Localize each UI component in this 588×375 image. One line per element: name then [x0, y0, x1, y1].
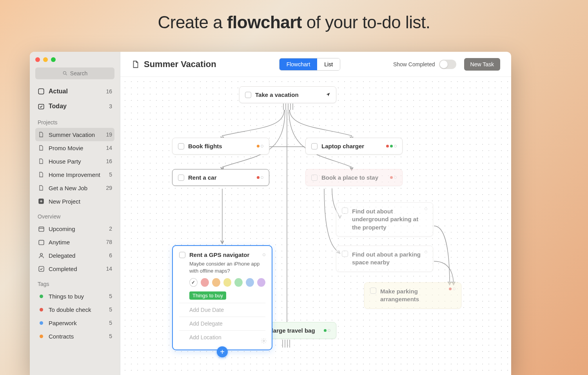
- node-book-flights[interactable]: Book flights: [172, 138, 269, 155]
- node-book-place[interactable]: Book a place to stay: [305, 169, 403, 186]
- tab-list[interactable]: List: [317, 58, 340, 70]
- sidebar-tag-item[interactable]: To double check5: [35, 303, 114, 316]
- checkbox-icon[interactable]: [311, 143, 318, 149]
- document-icon: [38, 184, 45, 191]
- calendar-check-icon: [38, 103, 45, 110]
- svg-rect-9: [39, 266, 44, 271]
- sidebar-item-project[interactable]: Home Improvement5: [35, 168, 114, 181]
- tags-heading: Tags: [30, 275, 120, 289]
- checkbox-icon[interactable]: [179, 252, 185, 258]
- sidebar-tag-item[interactable]: Paperwork5: [35, 316, 114, 329]
- document-icon: [38, 158, 45, 165]
- tag-dot-icon: [38, 293, 45, 300]
- projects-heading: Projects: [30, 114, 120, 128]
- check-square-icon: [38, 265, 45, 272]
- overview-heading: Overview: [30, 208, 120, 222]
- checkbox-icon[interactable]: [178, 175, 184, 181]
- calendar-icon: [38, 225, 45, 232]
- tag-dot-icon: [38, 333, 45, 340]
- checkbox-icon[interactable]: [245, 92, 251, 98]
- square-icon: [38, 88, 45, 95]
- svg-point-0: [63, 71, 66, 74]
- topbar: Summer Vacation Flowchart List Show Comp…: [120, 52, 511, 77]
- node-take-vacation[interactable]: Take a vacation: [239, 86, 336, 103]
- task-detail-card[interactable]: Rent a GPS navigator Maybe consider an i…: [172, 245, 272, 350]
- status-ring-icon: [263, 253, 265, 256]
- main-area: Summer Vacation Flowchart List Show Comp…: [120, 52, 511, 375]
- svg-rect-5: [39, 227, 44, 231]
- flowchart-canvas[interactable]: Take a vacation Book flights Laptop char…: [120, 77, 511, 375]
- sidebar-tag-item[interactable]: Contracts5: [35, 329, 114, 343]
- tag-dot-icon: [38, 306, 45, 313]
- document-icon: [38, 144, 45, 151]
- close-icon[interactable]: [35, 57, 40, 62]
- sidebar-item-anytime[interactable]: Anytime78: [35, 235, 114, 249]
- checkbox-icon[interactable]: [342, 208, 348, 214]
- svg-rect-7: [39, 240, 44, 244]
- task-note[interactable]: Maybe consider an iPhone app with offlin…: [189, 260, 265, 274]
- checkbox-icon[interactable]: [370, 288, 376, 294]
- node-parking-arrangements[interactable]: Make parking arrangements: [364, 282, 461, 309]
- sidebar: Search Actual16 Today3 Projects Summer V…: [30, 52, 120, 375]
- svg-rect-2: [38, 89, 44, 94]
- minimize-icon[interactable]: [43, 57, 48, 62]
- sidebar-item-project[interactable]: House Party16: [35, 155, 114, 168]
- new-project-button[interactable]: New Project: [35, 195, 114, 208]
- plus-square-icon: [38, 198, 45, 205]
- node-underground-parking[interactable]: Find out about underground parking at th…: [336, 202, 433, 237]
- color-swatch[interactable]: [257, 278, 265, 287]
- checkbox-icon[interactable]: [311, 175, 318, 181]
- add-child-button[interactable]: +: [217, 346, 228, 357]
- window-controls: [30, 55, 120, 66]
- sidebar-item-upcoming[interactable]: Upcoming2: [35, 222, 114, 235]
- sidebar-item-completed[interactable]: Completed14: [35, 262, 114, 275]
- sidebar-item-project[interactable]: Get a New Job29: [35, 181, 114, 195]
- node-laptop-charger[interactable]: Laptop charger: [305, 138, 403, 155]
- node-rent-a-car[interactable]: Rent a car: [172, 169, 269, 186]
- sidebar-tag-item[interactable]: Things to buy5: [35, 289, 114, 303]
- add-due-date[interactable]: Add Due Date: [179, 303, 265, 317]
- svg-point-8: [40, 253, 42, 255]
- toggle-switch[interactable]: [439, 60, 456, 69]
- color-picker[interactable]: ✓: [189, 278, 265, 287]
- document-icon: [131, 60, 140, 69]
- new-task-button[interactable]: New Task: [464, 58, 500, 71]
- node-parking-nearby[interactable]: Find out about a parking space nearby: [336, 246, 433, 272]
- add-delegate[interactable]: Add Delegate: [179, 317, 265, 330]
- document-icon: [38, 131, 45, 138]
- search-icon: [62, 71, 68, 76]
- color-swatch[interactable]: [212, 278, 220, 287]
- location-arrow-icon: [326, 91, 330, 98]
- tag-chip[interactable]: Things to buy: [189, 291, 226, 300]
- sidebar-item-delegated[interactable]: Delegated6: [35, 249, 114, 262]
- checkbox-icon[interactable]: [342, 251, 348, 257]
- person-icon: [38, 252, 45, 259]
- sidebar-item-actual[interactable]: Actual16: [35, 84, 114, 99]
- svg-point-10: [263, 340, 265, 342]
- tab-flowchart[interactable]: Flowchart: [279, 58, 318, 70]
- color-swatch[interactable]: [223, 278, 232, 287]
- sidebar-item-project[interactable]: Promo Movie14: [35, 141, 114, 155]
- color-swatch[interactable]: [201, 278, 209, 287]
- sidebar-item-project[interactable]: Summer Vacation19: [35, 128, 114, 141]
- add-location[interactable]: Add Location: [179, 330, 265, 344]
- view-switcher: Flowchart List: [279, 58, 340, 71]
- page-title: Summer Vacation: [131, 59, 216, 69]
- zoom-icon[interactable]: [51, 57, 56, 62]
- tag-dot-icon: [38, 319, 45, 326]
- show-completed-toggle[interactable]: Show Completed: [393, 60, 456, 69]
- gear-icon[interactable]: [261, 338, 267, 346]
- color-none[interactable]: ✓: [189, 278, 198, 287]
- app-window: Search Actual16 Today3 Projects Summer V…: [30, 52, 511, 375]
- color-swatch[interactable]: [246, 278, 254, 287]
- calendar-blank-icon: [38, 238, 45, 246]
- marketing-headline: Create a flowchart of your to-do list.: [0, 0, 588, 32]
- svg-line-1: [66, 74, 67, 75]
- color-swatch[interactable]: [234, 278, 243, 287]
- sidebar-item-today[interactable]: Today3: [35, 99, 114, 114]
- search-input[interactable]: Search: [35, 67, 114, 79]
- checkbox-icon[interactable]: [178, 143, 184, 149]
- document-icon: [38, 171, 45, 178]
